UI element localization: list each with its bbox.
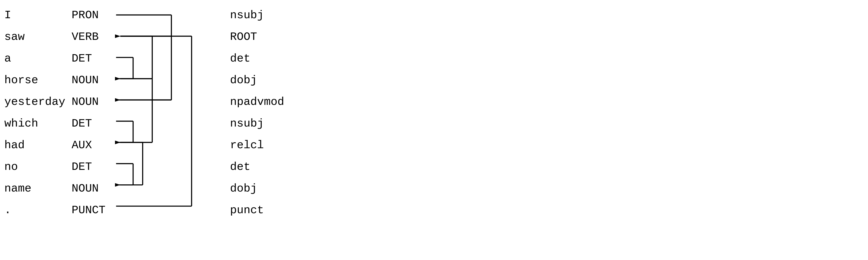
dep-labels-column: nsubjROOTdetdobjnpadvmodnsubjrelcldetdob… — [226, 4, 284, 221]
word-cell-6: had — [4, 139, 72, 152]
dep-label-6: relcl — [230, 139, 264, 152]
pos-cell-2: DET — [72, 52, 115, 65]
dep-row-8: dobj — [226, 178, 284, 199]
dep-row-0: nsubj — [226, 4, 284, 26]
word-row-3: horseNOUN — [4, 69, 115, 91]
dep-row-5: nsubj — [226, 113, 284, 134]
dep-row-4: npadvmod — [226, 91, 284, 113]
dep-label-7: det — [230, 160, 250, 173]
word-cell-7: no — [4, 160, 72, 173]
word-row-4: yesterdayNOUN — [4, 91, 115, 113]
pos-cell-3: NOUN — [72, 74, 115, 87]
pos-cell-8: NOUN — [72, 182, 115, 195]
word-cell-3: horse — [4, 74, 72, 87]
dep-row-9: punct — [226, 199, 284, 221]
dep-label-8: dobj — [230, 182, 257, 195]
arrow-relcl-had — [116, 79, 152, 142]
arrow-npadvmod-yesterday — [116, 36, 172, 100]
word-row-6: hadAUX — [4, 134, 115, 156]
arrow-det-a — [116, 58, 133, 79]
word-row-7: noDET — [4, 156, 115, 178]
pos-cell-1: VERB — [72, 31, 115, 43]
word-row-5: whichDET — [4, 113, 115, 134]
arrows-area — [115, 4, 223, 221]
arrow-det-no — [116, 163, 133, 185]
dep-row-2: det — [226, 48, 284, 69]
word-cell-4: yesterday — [4, 96, 72, 108]
word-cell-1: saw — [4, 31, 72, 43]
word-row-2: aDET — [4, 48, 115, 69]
pos-cell-6: AUX — [72, 139, 115, 152]
arrow-nsubj-which — [116, 121, 133, 142]
dep-row-7: det — [226, 156, 284, 178]
dep-label-0: nsubj — [230, 9, 264, 22]
word-cell-5: which — [4, 117, 72, 130]
pos-cell-0: PRON — [72, 9, 115, 22]
word-cell-8: name — [4, 182, 72, 195]
dep-row-3: dobj — [226, 69, 284, 91]
word-row-9: .PUNCT — [4, 199, 115, 221]
dependency-arrows — [115, 4, 223, 221]
words-column: IPRONsawVERBaDEThorseNOUNyesterdayNOUNwh… — [4, 4, 115, 221]
parse-tree-container: IPRONsawVERBaDEThorseNOUNyesterdayNOUNwh… — [4, 4, 284, 221]
dep-label-4: npadvmod — [230, 96, 284, 108]
pos-cell-9: PUNCT — [72, 204, 115, 217]
word-cell-2: a — [4, 52, 72, 65]
dep-label-2: det — [230, 52, 250, 65]
dep-label-3: dobj — [230, 74, 257, 87]
dep-row-1: ROOT — [226, 26, 284, 48]
pos-cell-4: NOUN — [72, 96, 115, 108]
word-cell-9: . — [4, 204, 72, 217]
arrow-nsubj-I — [116, 15, 172, 36]
pos-cell-7: DET — [72, 160, 115, 173]
pos-cell-5: DET — [72, 117, 115, 130]
dep-label-9: punct — [230, 204, 264, 217]
dep-label-5: nsubj — [230, 117, 264, 130]
word-row-1: sawVERB — [4, 26, 115, 48]
dep-label-1: ROOT — [230, 31, 257, 43]
dep-row-6: relcl — [226, 134, 284, 156]
word-row-0: IPRON — [4, 4, 115, 26]
word-row-8: nameNOUN — [4, 178, 115, 199]
word-cell-0: I — [4, 9, 72, 22]
